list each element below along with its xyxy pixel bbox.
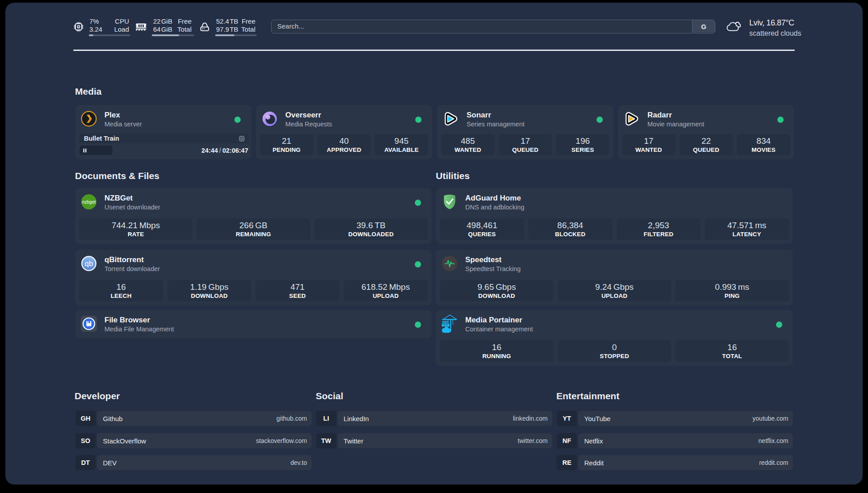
svg-text:nzbget: nzbget (82, 200, 96, 205)
svg-text:qb: qb (85, 259, 93, 268)
